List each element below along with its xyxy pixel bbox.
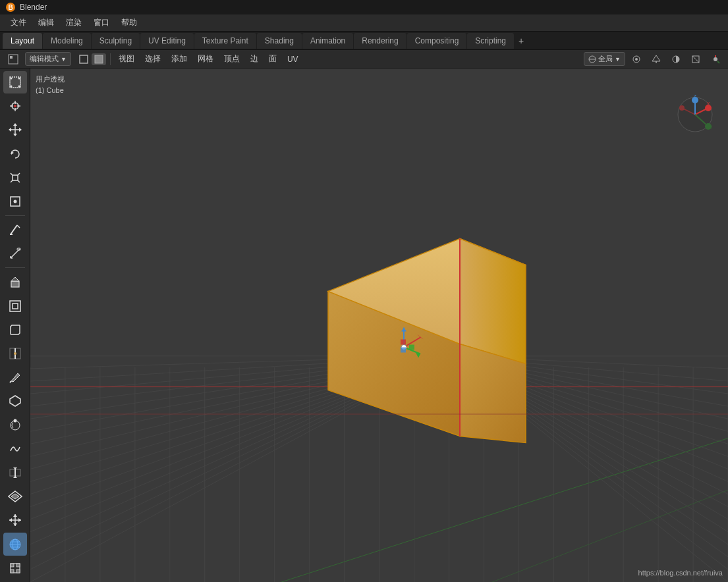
mesh-menu[interactable]: 网格 [194,52,217,66]
main-area: 用户透视 (1) Cube [0,68,728,582]
svg-point-9 [635,58,638,61]
svg-text:Z: Z [694,95,697,99]
loop-cut-icon [8,346,22,361]
blender-logo: B [5,2,16,13]
tool-transform[interactable] [3,190,27,213]
tool-scale[interactable] [3,167,27,189]
tool-annotate[interactable] [3,219,27,241]
globe-icon [8,537,22,552]
tab-animation[interactable]: Animation [302,33,353,49]
tool-spin[interactable] [3,414,27,436]
editor-type-button[interactable] [4,53,22,66]
tool-globe[interactable] [3,533,27,555]
tab-scripting[interactable]: Scripting [467,33,514,49]
svg-marker-69 [13,514,17,517]
gizmo-button[interactable] [707,53,724,65]
tab-uv-editing[interactable]: UV Editing [140,33,194,49]
shading-buttons [76,53,106,65]
tool-inset[interactable] [3,295,27,317]
tab-texture-paint[interactable]: Texture Paint [194,33,256,49]
wireframe-button[interactable] [76,53,91,65]
add-workspace-button[interactable]: + [515,34,528,47]
svg-point-60 [13,419,16,422]
tool-knife[interactable] [3,366,27,388]
tab-modeling[interactable]: Modeling [43,33,91,49]
shrink-icon [8,489,22,504]
xray-icon [691,55,700,64]
svg-line-17 [717,61,719,63]
spin-icon [8,418,22,433]
extrude-icon [8,275,22,290]
tool-select-box[interactable] [3,71,27,93]
separator-1 [110,53,111,65]
tool-smooth[interactable] [3,438,27,460]
svg-text:B: B [8,4,13,11]
uv-menu[interactable]: UV [283,53,302,65]
tool-poly-build[interactable] [3,390,27,412]
svg-point-15 [714,57,717,61]
proportional-edit-button[interactable] [628,53,645,65]
menu-edit[interactable]: 编辑 [33,16,59,30]
tool-loop-cut[interactable] [3,342,27,365]
menu-render[interactable]: 渲染 [61,16,87,30]
svg-marker-10 [652,55,660,61]
solid-button[interactable] [92,53,106,65]
gizmo-icon [711,55,720,64]
tool-rotate[interactable] [3,143,27,165]
svg-rect-45 [10,234,13,235]
global-icon [588,55,596,63]
tool-move[interactable] [3,119,27,141]
nav-gizmo[interactable]: X Z Y [675,95,715,136]
scale-icon [8,171,22,185]
svg-point-56 [14,352,16,355]
svg-line-57 [10,381,11,383]
face-menu[interactable]: 面 [265,52,281,66]
select-menu[interactable]: 选择 [141,52,165,66]
svg-rect-81 [11,569,14,573]
app-title: Blender [20,3,47,12]
tool-measure[interactable] [3,242,27,265]
svg-marker-72 [18,518,21,522]
rotate-icon [8,147,22,161]
transform-icon [8,194,22,209]
tool-lattice[interactable] [3,557,27,579]
add-menu[interactable]: 添加 [167,52,191,66]
inset-icon [8,299,22,313]
tool-edge-slide[interactable] [3,462,27,484]
tab-layout[interactable]: Layout [3,33,42,49]
tool-extrude[interactable] [3,271,27,293]
svg-rect-52 [10,301,20,311]
overlay-button[interactable] [667,53,685,65]
tool-bevel[interactable] [3,319,27,341]
cursor-icon [8,99,22,113]
snap-button[interactable] [648,53,665,65]
svg-rect-80 [16,564,20,567]
measure-icon [8,246,22,261]
view-menu[interactable]: 视图 [115,52,138,66]
tool-move-bottom[interactable] [3,509,27,531]
edge-menu[interactable]: 边 [246,52,262,66]
tab-rendering[interactable]: Rendering [354,33,406,49]
svg-point-42 [13,200,16,203]
tool-shrink[interactable] [3,485,27,508]
svg-marker-58 [10,396,20,406]
poly-build-icon [8,394,22,408]
proportional-edit-icon [632,55,641,64]
viewport[interactable]: 用户透视 (1) Cube [30,68,728,582]
menu-window[interactable]: 窗口 [88,16,115,30]
tool-separator-2 [5,267,25,268]
tab-sculpting[interactable]: Sculpting [92,33,140,49]
viewport-shading-selector[interactable]: 全局 ▼ [584,52,625,66]
menu-help[interactable]: 帮助 [116,16,142,30]
svg-rect-50 [11,281,19,287]
mode-selector[interactable]: 编辑模式 ▼ [25,52,71,66]
vertex-menu[interactable]: 顶点 [220,52,244,66]
tab-compositing[interactable]: Compositing [407,33,467,49]
tool-cursor[interactable] [3,95,27,117]
svg-point-19 [10,78,12,80]
svg-point-105 [679,105,685,111]
svg-point-28 [14,105,16,107]
menu-file[interactable]: 文件 [5,16,32,30]
xray-button[interactable] [687,53,704,65]
tab-shading[interactable]: Shading [257,33,302,49]
